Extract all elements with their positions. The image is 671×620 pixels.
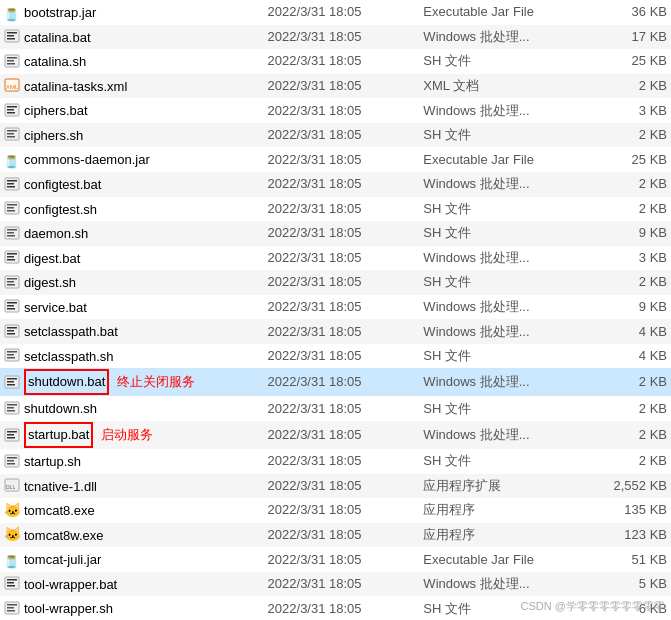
file-date: 2022/3/31 18:05 <box>264 74 420 99</box>
table-row[interactable]: startup.bat启动服务2022/3/31 18:05Windows 批处… <box>0 421 671 449</box>
file-name-cell[interactable]: 🐱tomcat8.exe <box>0 498 264 523</box>
file-type: Executable Jar File <box>419 547 575 572</box>
file-size: 2 KB <box>575 396 671 421</box>
file-name-cell[interactable]: tool-wrapper.bat <box>0 572 264 597</box>
table-row[interactable]: 🐱tomcat8w.exe2022/3/31 18:05应用程序123 KB <box>0 523 671 548</box>
file-name-cell[interactable]: daemon.sh <box>0 221 264 246</box>
file-type: Windows 批处理... <box>419 98 575 123</box>
file-size: 9 KB <box>575 295 671 320</box>
file-name-cell[interactable]: digest.sh <box>0 270 264 295</box>
file-name-cell[interactable]: service.bat <box>0 295 264 320</box>
table-row[interactable]: 🫙commons-daemon.jar2022/3/31 18:05Execut… <box>0 147 671 172</box>
file-type: 应用程序 <box>419 498 575 523</box>
file-name-text: tomcat-juli.jar <box>24 552 101 567</box>
table-row[interactable]: ciphers.sh2022/3/31 18:05SH 文件2 KB <box>0 123 671 148</box>
svg-text:XML: XML <box>6 84 19 90</box>
file-date: 2022/3/31 18:05 <box>264 197 420 222</box>
table-row[interactable]: digest.bat2022/3/31 18:05Windows 批处理...3… <box>0 246 671 271</box>
table-row[interactable]: service.bat2022/3/31 18:05Windows 批处理...… <box>0 295 671 320</box>
file-size: 2 KB <box>575 197 671 222</box>
file-name-text: tomcat8w.exe <box>24 527 104 542</box>
table-row[interactable]: shutdown.bat终止关闭服务2022/3/31 18:05Windows… <box>0 368 671 396</box>
file-name-cell[interactable]: XMLcatalina-tasks.xml <box>0 74 264 99</box>
file-size: 2 KB <box>575 123 671 148</box>
table-row[interactable]: daemon.sh2022/3/31 18:05SH 文件9 KB <box>0 221 671 246</box>
file-size: 25 KB <box>575 49 671 74</box>
svg-rect-64 <box>7 460 14 462</box>
file-name-cell[interactable]: shutdown.bat终止关闭服务 <box>0 368 264 396</box>
file-name-cell[interactable]: catalina.bat <box>0 25 264 50</box>
file-type: SH 文件 <box>419 344 575 369</box>
table-row[interactable]: 🐱tomcat8.exe2022/3/31 18:05应用程序135 KB <box>0 498 671 523</box>
svg-rect-12 <box>7 109 14 111</box>
svg-rect-29 <box>7 235 15 237</box>
table-row[interactable]: setclasspath.sh2022/3/31 18:05SH 文件4 KB <box>0 344 671 369</box>
file-size: 9 KB <box>575 221 671 246</box>
file-name-text: tool-wrapper.bat <box>24 576 117 591</box>
file-name-cell[interactable]: 🫙tomcat-juli.jar <box>0 547 264 572</box>
file-name-cell[interactable]: setclasspath.sh <box>0 344 264 369</box>
file-type: 应用程序扩展 <box>419 474 575 499</box>
file-name-cell[interactable]: catalina.sh <box>0 49 264 74</box>
table-row[interactable]: 🫙tomcat-juli.jar2022/3/31 18:05Executabl… <box>0 547 671 572</box>
file-name-text: catalina-tasks.xml <box>24 78 127 93</box>
file-name-text: commons-daemon.jar <box>24 152 150 167</box>
svg-rect-70 <box>7 582 14 584</box>
file-name-cell[interactable]: digest.bat <box>0 246 264 271</box>
table-row[interactable]: configtest.bat2022/3/31 18:05Windows 批处理… <box>0 172 671 197</box>
table-row[interactable]: catalina.bat2022/3/31 18:05Windows 批处理..… <box>0 25 671 50</box>
table-row[interactable]: XMLcatalina-tasks.xml2022/3/31 18:05XML … <box>0 74 671 99</box>
file-size: 17 KB <box>575 25 671 50</box>
table-row[interactable]: tool-wrapper.bat2022/3/31 18:05Windows 批… <box>0 572 671 597</box>
svg-rect-57 <box>7 410 15 412</box>
file-type: XML 文档 <box>419 74 575 99</box>
svg-rect-59 <box>7 431 17 433</box>
svg-rect-36 <box>7 281 14 283</box>
file-name-cell[interactable]: configtest.bat <box>0 172 264 197</box>
table-row[interactable]: catalina.sh2022/3/31 18:05SH 文件25 KB <box>0 49 671 74</box>
file-name-cell[interactable]: 🐱tomcat8w.exe <box>0 523 264 548</box>
file-size: 2 KB <box>575 368 671 396</box>
table-row[interactable]: DLLtcnative-1.dll2022/3/31 18:05应用程序扩展2,… <box>0 474 671 499</box>
file-name-cell[interactable]: setclasspath.bat <box>0 319 264 344</box>
file-date: 2022/3/31 18:05 <box>264 449 420 474</box>
file-name-cell[interactable]: startup.sh <box>0 449 264 474</box>
file-date: 2022/3/31 18:05 <box>264 172 420 197</box>
file-date: 2022/3/31 18:05 <box>264 319 420 344</box>
svg-rect-2 <box>7 35 14 37</box>
file-date: 2022/3/31 18:05 <box>264 421 420 449</box>
file-name-text: bootstrap.jar <box>24 5 96 20</box>
table-row[interactable]: setclasspath.bat2022/3/31 18:05Windows 批… <box>0 319 671 344</box>
table-row[interactable]: digest.sh2022/3/31 18:05SH 文件2 KB <box>0 270 671 295</box>
table-row[interactable]: shutdown.sh2022/3/31 18:05SH 文件2 KB <box>0 396 671 421</box>
file-name-cell[interactable]: ciphers.bat <box>0 98 264 123</box>
table-row[interactable]: ciphers.bat2022/3/31 18:05Windows 批处理...… <box>0 98 671 123</box>
svg-rect-45 <box>7 333 15 335</box>
svg-rect-73 <box>7 604 17 606</box>
svg-rect-53 <box>7 384 15 386</box>
file-size: 2 KB <box>575 172 671 197</box>
annotation-text: 终止关闭服务 <box>117 374 195 389</box>
table-row[interactable]: configtest.sh2022/3/31 18:05SH 文件2 KB <box>0 197 671 222</box>
file-size: 2,552 KB <box>575 474 671 499</box>
file-type: SH 文件 <box>419 123 575 148</box>
file-name-cell[interactable]: configtest.sh <box>0 197 264 222</box>
file-type: Windows 批处理... <box>419 172 575 197</box>
file-date: 2022/3/31 18:05 <box>264 474 420 499</box>
table-row[interactable]: 🫙bootstrap.jar2022/3/31 18:05Executable … <box>0 0 671 25</box>
svg-rect-28 <box>7 232 14 234</box>
svg-rect-49 <box>7 357 15 359</box>
file-name-cell[interactable]: 🫙bootstrap.jar <box>0 0 264 25</box>
file-date: 2022/3/31 18:05 <box>264 123 420 148</box>
svg-rect-16 <box>7 133 14 135</box>
file-name-cell[interactable]: shutdown.sh <box>0 396 264 421</box>
file-name-cell[interactable]: tool-wrapper.sh <box>0 596 264 620</box>
file-name-cell[interactable]: ciphers.sh <box>0 123 264 148</box>
file-name-text: setclasspath.bat <box>24 324 118 339</box>
file-name-cell[interactable]: 🫙commons-daemon.jar <box>0 147 264 172</box>
table-row[interactable]: startup.sh2022/3/31 18:05SH 文件2 KB <box>0 449 671 474</box>
svg-rect-61 <box>7 437 15 439</box>
file-name-cell[interactable]: startup.bat启动服务 <box>0 421 264 449</box>
file-name-cell[interactable]: DLLtcnative-1.dll <box>0 474 264 499</box>
file-date: 2022/3/31 18:05 <box>264 0 420 25</box>
